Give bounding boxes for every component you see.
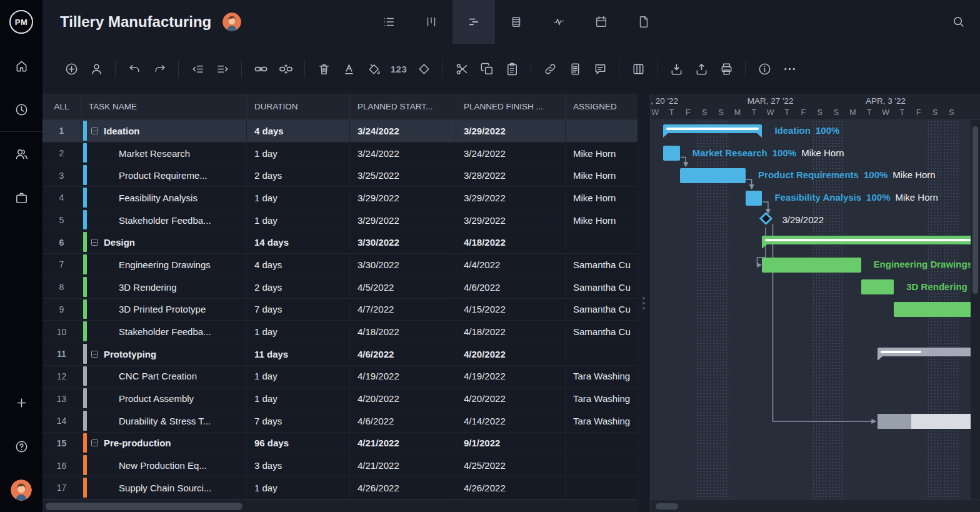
paste-button[interactable]	[499, 56, 524, 81]
cut-button[interactable]	[449, 56, 474, 81]
collapse-group-icon[interactable]	[90, 349, 99, 359]
summary-bar[interactable]	[878, 348, 971, 356]
table-row[interactable]: 83D Rendering2 days4/5/20224/6/2022Saman…	[42, 276, 638, 299]
export-button[interactable]	[689, 56, 714, 81]
comment-button[interactable]	[588, 56, 612, 81]
row-number: 15	[42, 433, 81, 454]
redo-button[interactable]	[147, 56, 172, 81]
task-bar[interactable]	[762, 258, 861, 273]
view-tab-calendar-view[interactable]	[580, 0, 622, 44]
columns-button[interactable]	[626, 56, 651, 81]
table-row[interactable]: 93D Printed Prototype7 days4/7/20224/15/…	[42, 299, 638, 321]
sidebar-item-help[interactable]	[0, 424, 42, 468]
table-row[interactable]: 11Prototyping11 days4/6/20224/20/2022	[42, 343, 638, 366]
assigned-cell	[566, 120, 638, 142]
table-row[interactable]: 1Ideation4 days3/24/20223/29/2022	[42, 120, 638, 143]
table-row[interactable]: 15Pre-production96 days4/21/20229/1/2022	[42, 433, 638, 455]
list-view-icon	[382, 15, 396, 29]
task-bar[interactable]	[663, 146, 679, 161]
info-button[interactable]	[752, 56, 777, 81]
timeline-day-label: T	[751, 108, 756, 117]
table-row[interactable]: 12CNC Part Creation1 day4/19/20224/19/20…	[42, 366, 638, 388]
table-row[interactable]: 7Engineering Drawings4 days3/30/20224/4/…	[42, 254, 638, 276]
collapse-group-icon[interactable]	[90, 126, 99, 136]
task-name-label: Supply Chain Sourci...	[119, 483, 211, 493]
indent-button[interactable]	[210, 56, 235, 81]
outdent-button[interactable]	[185, 56, 210, 81]
task-color-strip	[83, 277, 87, 297]
import-button[interactable]	[664, 56, 689, 81]
column-header-assigned[interactable]: ASSIGNED	[566, 94, 638, 119]
summary-bar[interactable]	[663, 124, 762, 133]
task-bar[interactable]	[746, 191, 762, 206]
link-tasks-button[interactable]	[248, 56, 273, 81]
view-tab-activity-view[interactable]	[538, 0, 580, 44]
row-number: 5	[42, 209, 81, 231]
table-row[interactable]: 13Product Assembly1 day4/20/20224/20/202…	[42, 388, 638, 410]
sidebar-item-recent[interactable]	[0, 88, 42, 131]
column-header-duration[interactable]: DURATION	[247, 94, 350, 119]
collapse-group-icon[interactable]	[90, 438, 99, 448]
search-button[interactable]	[952, 15, 965, 31]
milestone-date-label: 3/29/2022	[782, 214, 824, 225]
notes-button[interactable]	[562, 56, 588, 81]
view-tab-board-view[interactable]	[410, 0, 452, 44]
table-row[interactable]: 6Design14 days3/30/20224/18/2022	[42, 231, 638, 254]
sidebar-item-add-new[interactable]	[0, 381, 42, 424]
row-number: 17	[42, 477, 81, 499]
delete-button[interactable]	[311, 56, 336, 81]
unlink-tasks-button[interactable]	[273, 56, 298, 81]
table-row[interactable]: 10Stakeholder Feedba...1 day4/18/20224/1…	[42, 321, 638, 343]
task-bar[interactable]	[894, 302, 971, 317]
view-tab-sheet-view[interactable]	[495, 0, 538, 44]
number-format-button[interactable]: 123	[386, 56, 411, 81]
column-header-planned-finish[interactable]: PLANNED FINISH ...	[456, 94, 566, 119]
gantt-hscroll-thumb[interactable]	[656, 503, 678, 509]
task-name-label: Pre-production	[104, 438, 171, 448]
table-body: 1Ideation4 days3/24/20223/29/20222Market…	[42, 120, 638, 499]
table-row[interactable]: 16New Production Eq...3 days4/21/20224/2…	[42, 454, 638, 477]
project-owner-avatar[interactable]	[222, 13, 241, 31]
copy-button[interactable]	[474, 56, 499, 81]
timeline-day-label: T	[867, 108, 872, 117]
column-header-all[interactable]: ALL	[42, 94, 81, 119]
print-button[interactable]	[714, 56, 739, 81]
milestone-diamond[interactable]	[759, 212, 772, 225]
column-header-planned-start[interactable]: PLANNED START...	[350, 94, 456, 119]
sidebar-item-user-avatar[interactable]	[0, 468, 42, 512]
progress-line	[666, 128, 759, 130]
table-row[interactable]: 4Feasibility Analysis1 day3/29/20223/29/…	[42, 187, 638, 209]
gantt-vscroll-thumb[interactable]	[972, 126, 978, 294]
view-tab-list-view[interactable]	[368, 0, 410, 44]
export-icon	[694, 62, 709, 76]
table-row[interactable]: 5Stakeholder Feedba...1 day3/29/20223/29…	[42, 209, 638, 232]
sidebar-item-portfolio[interactable]	[0, 176, 42, 219]
summary-bar[interactable]	[762, 236, 971, 244]
task-bar[interactable]	[861, 279, 894, 294]
collapse-group-icon[interactable]	[90, 238, 99, 247]
milestone-button[interactable]	[411, 56, 436, 81]
sidebar-item-home[interactable]	[0, 44, 42, 88]
table-hscroll-thumb[interactable]	[46, 503, 242, 510]
more-options-button[interactable]	[777, 56, 802, 81]
view-tab-gantt-view[interactable]	[452, 0, 495, 44]
sidebar-item-team[interactable]	[0, 132, 42, 176]
app-logo[interactable]: PM	[0, 0, 42, 44]
table-row[interactable]: 2Market Research1 day3/24/20223/24/2022M…	[42, 143, 638, 165]
undo-button[interactable]	[122, 56, 147, 81]
panel-resize-handle[interactable]	[638, 94, 650, 512]
table-row[interactable]: 14Durability & Stress T...7 days4/6/2022…	[42, 410, 638, 433]
task-bar[interactable]	[680, 168, 746, 183]
table-row[interactable]: 17Supply Chain Sourci...1 day4/26/20224/…	[42, 477, 638, 499]
assign-person-button[interactable]	[84, 56, 109, 81]
view-tab-document-view[interactable]	[622, 0, 665, 44]
planned-start-cell: 3/24/2022	[350, 143, 456, 164]
table-row[interactable]: 3Product Requireme...2 days3/25/20223/28…	[42, 164, 638, 187]
font-color-button[interactable]	[336, 56, 361, 81]
row-number: 1	[42, 120, 81, 142]
add-task-button[interactable]	[59, 56, 84, 81]
task-bar[interactable]	[878, 414, 971, 429]
column-header-task-name[interactable]: TASK NAME	[81, 94, 247, 119]
fill-color-button[interactable]	[361, 56, 386, 81]
attach-link-button[interactable]	[538, 56, 562, 81]
